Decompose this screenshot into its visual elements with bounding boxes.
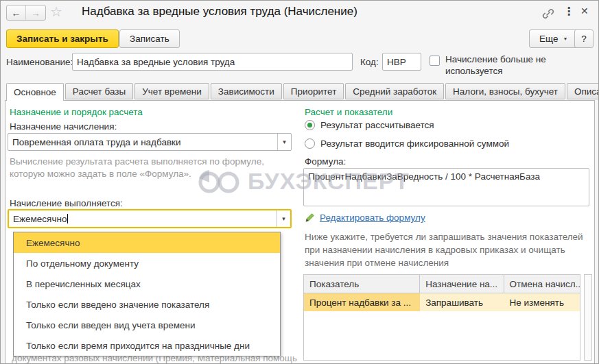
tab-8[interactable]: Описание (567, 83, 599, 99)
save-button[interactable]: Записать (119, 29, 180, 48)
radio-selected-icon (305, 120, 315, 130)
table-header-3[interactable]: Отмена начисл... (504, 275, 580, 293)
purpose-combobox-value: Повременная оплата труда и надбавки (8, 137, 277, 147)
dropdown-item-4[interactable]: Только если введено значение показателя (14, 294, 280, 315)
dropdown-item-3[interactable]: В перечисленных месяцах (14, 274, 280, 294)
radio-unselected-icon (305, 138, 315, 149)
tab-1[interactable]: Основное (6, 83, 64, 101)
indicators-table: ПоказательНазначение на...Отмена начисл.… (303, 274, 580, 361)
tab-bar: ОсновноеРасчет базыУчет времениЗависимос… (6, 83, 599, 101)
name-input[interactable]: Надбавка за вредные условия труда (72, 53, 353, 71)
table-cell-1-2[interactable]: Запрашивать (420, 293, 504, 311)
name-label: Наименование: (6, 57, 73, 67)
table-header-1[interactable]: Показатель (304, 275, 420, 293)
text-cursor (67, 214, 68, 223)
performed-label: Начисление выполняется: (10, 198, 123, 208)
nav-history-group: ← → (6, 5, 46, 21)
pencil-icon (305, 213, 315, 223)
radio-fixed-label: Результат вводится фиксированной суммой (320, 138, 509, 149)
dropdown-item-1[interactable]: Ежемесячно (14, 232, 280, 253)
page-title: Надбавка за вредные условия труда (Начис… (82, 5, 357, 19)
purpose-label: Назначение начисления: (10, 121, 117, 132)
chevron-down-icon: ▼ (563, 36, 567, 41)
app-window: ← → ☆ Надбавка за вредные условия труда … (0, 0, 599, 364)
radio-result-calculated[interactable]: Результат рассчитывается (305, 120, 434, 130)
table-row[interactable]: Процент надбавки за ...ЗапрашиватьНе изм… (304, 293, 580, 311)
save-close-button[interactable]: Записать и закрыть (6, 29, 119, 48)
purpose-dropdown-arrow-icon[interactable]: ▾ (277, 134, 291, 150)
table-cell-1-3[interactable]: Не изменять (504, 293, 580, 311)
dropdown-item-2[interactable]: По отдельному документу (14, 253, 280, 274)
favorite-star-icon[interactable]: ☆ (50, 3, 62, 20)
dropdown-item-5[interactable]: Только если введен вид учета времени (14, 315, 280, 335)
table-header-2[interactable]: Назначение на... (420, 275, 504, 293)
formula-label: Формула: (305, 156, 346, 167)
performed-combobox[interactable]: Ежемесячно ▾ (8, 209, 292, 228)
code-label: Код: (360, 57, 379, 67)
tab-6[interactable]: Средний заработок (345, 83, 444, 99)
edit-formula-link[interactable]: Редактировать формулу (320, 213, 425, 223)
close-icon[interactable]: ✕ (580, 5, 589, 16)
table-scrollbar[interactable] (584, 274, 592, 361)
left-section-title: Назначение и порядок расчета (10, 107, 143, 117)
right-section-title: Расчет и показатели (305, 107, 392, 117)
not-used-checkbox[interactable] (430, 56, 440, 66)
radio-calculated-label: Результат рассчитывается (320, 120, 434, 130)
tab-5[interactable]: Приоритет (283, 83, 344, 99)
help-button[interactable]: ? (574, 29, 594, 48)
table-cell-1-1[interactable]: Процент надбавки за ... (304, 293, 420, 311)
indicators-note-text: Ниже укажите, требуется ли запрашивать з… (305, 230, 598, 269)
formula-hint-text: Вычисление результата расчета выполняетс… (10, 156, 288, 180)
tab-4[interactable]: Зависимости (211, 83, 282, 99)
forward-arrow-icon[interactable]: → (26, 5, 45, 20)
back-arrow-icon[interactable]: ← (7, 5, 26, 20)
link-icon[interactable] (541, 7, 555, 21)
radio-result-fixed[interactable]: Результат вводится фиксированной суммой (305, 138, 509, 149)
code-input[interactable]: НВР (382, 53, 421, 71)
tab-3[interactable]: Учет времени (134, 83, 209, 99)
more-button-label: Еще (539, 34, 558, 44)
tab-7[interactable]: Налоги, взносы, бухучет (445, 83, 565, 99)
formula-textarea[interactable]: ПроцентНадбавкиЗаВредность / 100 * Расче… (303, 168, 589, 206)
not-used-checkbox-label: Начисление больше не используется (445, 53, 586, 77)
dropdown-item-6[interactable]: Только если время приходится на празднич… (14, 335, 280, 356)
kebab-menu-icon[interactable]: ⋮ (563, 5, 574, 18)
performed-combobox-value: Ежемесячно (9, 214, 277, 224)
tab-2[interactable]: Расчет базы (65, 83, 133, 99)
more-button[interactable]: Еще ▼ (529, 29, 578, 48)
performed-dropdown-list: ЕжемесячноПо отдельному документуВ переч… (13, 232, 281, 356)
purpose-combobox[interactable]: Повременная оплата труда и надбавки ▾ (8, 133, 292, 151)
performed-dropdown-arrow-icon[interactable]: ▾ (277, 210, 290, 227)
